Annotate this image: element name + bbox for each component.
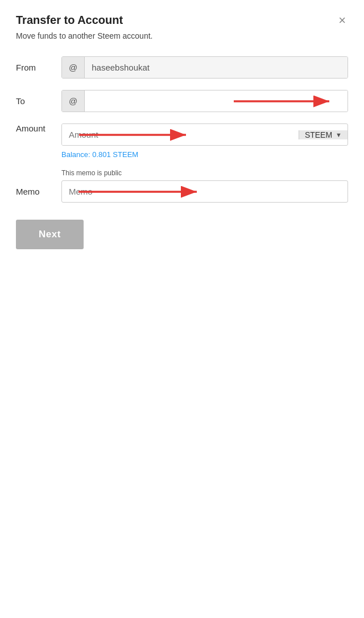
amount-label: Amount (16, 123, 61, 133)
transfer-modal: Transfer to Account × Move funds to anot… (0, 0, 364, 618)
memo-label: Memo (16, 187, 61, 196)
amount-input-wrapper: STEEM ▼ (61, 123, 348, 146)
memo-row: Memo (16, 180, 348, 203)
currency-label: STEEM (305, 130, 332, 139)
to-at-symbol: @ (62, 90, 85, 112)
to-row: To @ (16, 90, 348, 112)
amount-input[interactable] (62, 124, 299, 145)
currency-selector[interactable]: STEEM ▼ (299, 130, 348, 139)
to-input-wrapper: @ (61, 90, 348, 112)
amount-row: Amount STEEM ▼ (16, 123, 348, 146)
to-input[interactable] (85, 90, 348, 112)
from-input-wrapper: @ (61, 56, 348, 79)
balance-link[interactable]: Balance: 0.801 STEEM (61, 150, 348, 159)
from-input[interactable] (85, 57, 348, 78)
modal-title: Transfer to Account (16, 14, 123, 27)
close-button[interactable]: × (336, 14, 348, 27)
from-label: From (16, 63, 61, 72)
chevron-down-icon: ▼ (336, 131, 342, 138)
next-button[interactable]: Next (16, 220, 84, 249)
from-at-symbol: @ (62, 57, 85, 78)
memo-public-note: This memo is public (61, 169, 348, 177)
modal-header: Transfer to Account × (16, 14, 348, 27)
to-label: To (16, 96, 61, 106)
from-row: From @ (16, 56, 348, 79)
modal-subtitle: Move funds to another Steem account. (16, 31, 348, 40)
memo-input[interactable] (61, 180, 348, 203)
